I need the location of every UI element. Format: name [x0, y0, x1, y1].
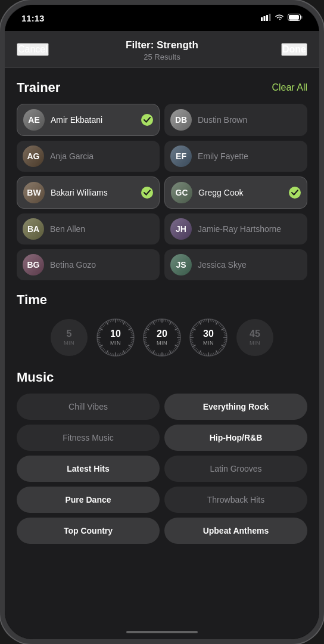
music-item[interactable]: Top Country	[17, 518, 160, 544]
status-time: 11:13	[21, 13, 44, 23]
home-indicator	[126, 631, 198, 633]
svg-line-141	[222, 329, 225, 330]
svg-line-81	[177, 330, 179, 331]
music-item[interactable]: Upbeat Anthems	[164, 518, 307, 544]
time-button[interactable]: 5MIN	[49, 317, 89, 358]
svg-line-90	[175, 345, 178, 347]
svg-line-121	[147, 327, 149, 328]
clear-all-button[interactable]: Clear All	[272, 82, 307, 93]
time-value: 5MIN	[64, 329, 74, 346]
music-item[interactable]: Everything Rock	[164, 394, 307, 420]
music-item[interactable]: Fitness Music	[17, 425, 160, 451]
trainer-item[interactable]: EFEmily Fayette	[164, 141, 307, 172]
trainer-avatar: AE	[23, 109, 45, 131]
cancel-button[interactable]: Cancel	[17, 43, 49, 56]
svg-line-106	[151, 351, 152, 352]
svg-line-123	[149, 324, 151, 326]
trainer-avatar: GC	[171, 182, 192, 203]
svg-line-126	[154, 321, 155, 323]
time-button[interactable]: 10MIN	[95, 317, 136, 358]
trainer-item[interactable]: BGBetina Gozo	[17, 249, 160, 280]
trainer-item[interactable]: BABen Allen	[17, 213, 160, 244]
svg-line-111	[145, 344, 148, 345]
trainer-item[interactable]: GCGregg Cook	[164, 177, 307, 209]
svg-line-107	[149, 349, 151, 351]
svg-rect-5	[301, 16, 303, 18]
svg-line-187	[201, 321, 202, 323]
time-button[interactable]: 30MIN	[188, 317, 229, 358]
svg-line-28	[130, 344, 133, 345]
music-item[interactable]: Throwback Hits	[164, 487, 307, 513]
svg-line-136	[216, 321, 218, 324]
filter-header: Cancel Filter: Strength 25 Results Done	[5, 31, 319, 68]
music-section: Music Chill VibesEverything RockFitness …	[5, 364, 319, 556]
svg-rect-2	[266, 15, 268, 21]
music-item[interactable]: Pure Dance	[17, 487, 160, 513]
screen-content[interactable]: Cancel Filter: Strength 25 Results Done …	[5, 31, 319, 639]
svg-line-33	[125, 351, 126, 352]
time-buttons: 5MIN10MIN20MIN30MIN45MIN	[17, 317, 307, 358]
svg-line-166	[200, 351, 201, 354]
svg-line-29	[129, 345, 132, 347]
music-item[interactable]: Chill Vibes	[17, 394, 160, 420]
svg-line-180	[192, 330, 194, 331]
time-button[interactable]: 20MIN	[142, 317, 182, 358]
trainer-name: Dustin Brown	[198, 115, 247, 125]
svg-line-75	[170, 321, 172, 324]
music-item[interactable]: Latest Hits	[17, 456, 160, 482]
svg-line-169	[195, 348, 197, 350]
trainer-item[interactable]: JHJamie-Ray Hartshorne	[164, 213, 307, 244]
trainer-item[interactable]: DBDustin Brown	[164, 104, 307, 136]
trainer-name: Amir Ekbatani	[51, 115, 102, 125]
svg-line-182	[194, 327, 195, 328]
time-value: 45MIN	[250, 329, 260, 346]
svg-line-181	[192, 329, 195, 330]
trainer-avatar: JH	[170, 218, 192, 240]
trainer-name: Bakari Williams	[51, 188, 108, 197]
svg-line-104	[154, 352, 155, 355]
svg-line-140	[222, 327, 223, 328]
trainer-name: Ben Allen	[50, 224, 85, 234]
svg-line-95	[170, 351, 172, 354]
svg-line-110	[146, 345, 149, 347]
svg-line-34	[123, 351, 125, 354]
status-icons	[261, 14, 303, 23]
svg-line-170	[194, 347, 195, 348]
svg-line-96	[169, 352, 170, 355]
trainer-item[interactable]: AEAmir Ekbatani	[17, 104, 160, 136]
phone-frame: 11:13	[0, 0, 324, 644]
svg-line-44	[107, 351, 108, 354]
trainer-check-icon	[141, 114, 153, 126]
svg-line-63	[105, 323, 106, 324]
trainer-grid: AEAmir EkbataniDBDustin BrownAGAnja Garc…	[17, 104, 307, 280]
music-item[interactable]: Hip-Hop/R&B	[164, 425, 307, 451]
time-value: 10MIN	[110, 329, 121, 346]
trainer-check-icon	[289, 187, 301, 199]
svg-line-35	[122, 352, 123, 355]
svg-line-91	[175, 347, 177, 348]
svg-line-31	[127, 348, 129, 350]
trainer-item[interactable]: AGAnja Garcia	[17, 141, 160, 172]
music-item[interactable]: Latin Grooves	[164, 456, 307, 482]
trainer-name: Jamie-Ray Hartshorne	[198, 224, 281, 234]
svg-line-14	[123, 321, 125, 324]
time-section: Time 5MIN10MIN20MIN30MIN45MIN	[5, 286, 319, 364]
svg-line-93	[173, 349, 175, 351]
svg-line-30	[129, 347, 130, 348]
trainer-item[interactable]: JSJessica Skye	[164, 249, 307, 280]
done-button[interactable]: Done	[281, 43, 307, 56]
svg-rect-3	[269, 14, 271, 21]
trainer-avatar: JS	[170, 254, 192, 275]
svg-line-184	[196, 324, 198, 326]
svg-rect-6	[289, 15, 299, 20]
trainer-title: Trainer	[17, 80, 60, 95]
svg-line-122	[148, 325, 150, 327]
svg-line-185	[198, 323, 199, 324]
svg-line-45	[105, 351, 106, 352]
time-title: Time	[17, 292, 307, 308]
trainer-item[interactable]: BWBakari Williams	[17, 177, 160, 209]
trainer-avatar: AG	[23, 145, 44, 167]
svg-line-32	[126, 349, 128, 351]
time-button[interactable]: 45MIN	[235, 317, 275, 358]
trainer-name: Betina Gozo	[50, 260, 96, 270]
